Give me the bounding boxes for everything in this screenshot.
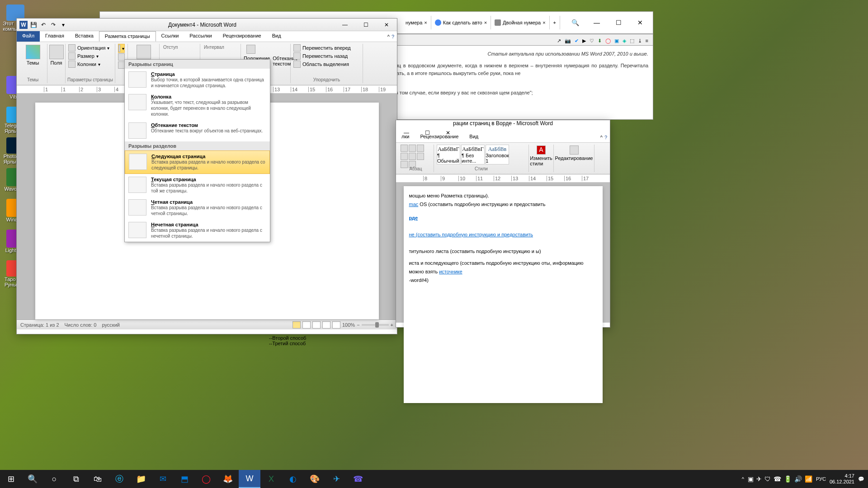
- collapse-ribbon-icon[interactable]: ^: [387, 34, 390, 39]
- extension-icon[interactable]: 📷: [565, 38, 571, 44]
- change-styles-button[interactable]: AИзменить стили: [532, 145, 551, 167]
- section-continuous-item[interactable]: Текущая страницаВставка разрыва раздела …: [125, 174, 270, 197]
- shield-icon[interactable]: ✔: [575, 38, 579, 44]
- tray-icon[interactable]: ▣: [748, 475, 754, 483]
- browser-tab[interactable]: нумера×: [402, 16, 431, 29]
- bring-forward-button[interactable]: Переместить вперед: [293, 44, 360, 52]
- taskview-icon[interactable]: ⧉: [65, 470, 87, 488]
- tab-review[interactable]: Рецензирование: [217, 31, 267, 42]
- link[interactable]: не (составить подробную инструкцию и пре…: [409, 232, 533, 237]
- menu-icon[interactable]: ≡: [646, 38, 648, 43]
- break-page-item[interactable]: СтраницаВыбор точки, в которой заканчива…: [125, 69, 270, 91]
- tab-view[interactable]: Вид: [267, 31, 287, 42]
- store-icon[interactable]: 🛍: [87, 470, 108, 488]
- tab-pagelayout[interactable]: Разметка страницы: [99, 31, 156, 42]
- tab-file[interactable]: Файл: [17, 31, 40, 42]
- tab-review[interactable]: Рецензирование: [415, 132, 464, 142]
- break-textwrap-item[interactable]: Обтекание текстомОбтекание текста вокруг…: [125, 120, 270, 141]
- extension-icon[interactable]: ⬚: [630, 38, 634, 44]
- close-icon[interactable]: ×: [424, 20, 427, 25]
- margins-button[interactable]: Поля: [50, 44, 62, 66]
- cortana-icon[interactable]: ○: [43, 470, 65, 488]
- align-right-icon[interactable]: [417, 153, 424, 160]
- extension-icon[interactable]: ▶: [582, 38, 586, 44]
- notifications-icon[interactable]: 💬: [858, 476, 864, 482]
- search-icon[interactable]: 🔍: [22, 470, 43, 488]
- paint-icon[interactable]: 🎨: [304, 470, 326, 488]
- style-nospacing[interactable]: АаБбВвГ¶ Без инте...: [461, 145, 485, 164]
- hyphenation-button[interactable]: [118, 61, 125, 69]
- clock[interactable]: 4:17 06.12.2021: [830, 473, 854, 485]
- multilevel-icon[interactable]: [417, 145, 424, 152]
- viber-icon[interactable]: ☎: [347, 470, 369, 488]
- outline-view[interactable]: [322, 321, 330, 328]
- ie-icon[interactable]: ⓔ: [108, 470, 130, 488]
- word-icon[interactable]: W: [239, 470, 260, 488]
- page-indicator[interactable]: Страница: 1 из 2: [20, 322, 59, 328]
- zoom-in-icon[interactable]: +: [391, 322, 393, 328]
- close-icon[interactable]: ×: [484, 20, 487, 25]
- excel-icon[interactable]: X: [260, 470, 282, 488]
- close-icon[interactable]: ×: [542, 20, 545, 25]
- tab-insert[interactable]: Вставка: [70, 31, 99, 42]
- redo-icon[interactable]: ↷: [49, 21, 57, 29]
- web-view[interactable]: [312, 321, 321, 328]
- selection-pane-button[interactable]: Область выделения: [293, 60, 360, 68]
- align-left-icon[interactable]: [401, 153, 408, 160]
- help-icon[interactable]: ?: [392, 34, 394, 39]
- section-nextpage-item[interactable]: Следующая страницаВставка разрыва раздел…: [125, 150, 270, 174]
- extension-icon[interactable]: ◈: [623, 38, 626, 44]
- section-evenpage-item[interactable]: Четная страницаВставка разрыва раздела и…: [125, 197, 270, 219]
- close-button[interactable]: ✕: [630, 16, 651, 29]
- save-icon[interactable]: 💾: [29, 21, 38, 29]
- firefox-icon[interactable]: 🦊: [217, 470, 239, 488]
- print-layout-view[interactable]: [292, 321, 301, 328]
- zoom-slider[interactable]: [362, 324, 389, 326]
- fullscreen-view[interactable]: [302, 321, 311, 328]
- browser-tab[interactable]: Как сделать авто×: [431, 16, 491, 29]
- tab-references[interactable]: Ссылки: [156, 31, 184, 42]
- tab-home[interactable]: Главная: [40, 31, 70, 42]
- telegram-icon[interactable]: ✈: [326, 470, 347, 488]
- download-icon[interactable]: ⬇: [598, 38, 602, 44]
- new-tab-button[interactable]: +: [550, 16, 560, 29]
- word-count[interactable]: Число слов: 0: [65, 322, 97, 328]
- break-column-item[interactable]: КолонкаУказывает, что текст, следующий з…: [125, 91, 270, 120]
- qat-icon[interactable]: ▾: [59, 21, 67, 29]
- help-icon[interactable]: ?: [604, 135, 607, 140]
- editing-button[interactable]: Редактирование: [557, 145, 591, 162]
- bullets-icon[interactable]: [401, 145, 408, 152]
- language-indicator[interactable]: русский: [102, 322, 119, 328]
- zoom-level[interactable]: 100%: [342, 322, 355, 328]
- zoom-out-icon[interactable]: −: [357, 322, 359, 328]
- minimize-button[interactable]: —: [586, 16, 607, 29]
- size-button[interactable]: Размер ▾: [68, 52, 112, 60]
- volume-icon[interactable]: 🔊: [794, 475, 802, 483]
- opera-icon[interactable]: ◯: [195, 470, 217, 488]
- viber-tray-icon[interactable]: ☎: [774, 475, 781, 483]
- line-numbers-button[interactable]: [118, 53, 125, 61]
- section-oddpage-item[interactable]: Нечетная страницаВставка разрыва раздела…: [125, 219, 270, 242]
- link[interactable]: mac: [409, 202, 419, 207]
- style-normal[interactable]: АаБбВвГ¶ Обычный: [437, 145, 460, 164]
- extension-icon[interactable]: ↗: [557, 38, 561, 44]
- send-backward-button[interactable]: Переместить назад: [293, 52, 360, 60]
- numbering-icon[interactable]: [409, 145, 416, 152]
- document-area[interactable]: мощью меню Разметка страницы). mac OS (с…: [396, 183, 610, 323]
- style-heading1[interactable]: АаБбВвЗаголовок 1: [486, 145, 509, 164]
- breaks-button[interactable]: ▾: [118, 44, 125, 53]
- collapse-ribbon-icon[interactable]: ^: [600, 135, 603, 140]
- position-button[interactable]: [244, 44, 288, 56]
- opera-icon[interactable]: ◯: [605, 38, 611, 44]
- link[interactable]: рде: [409, 215, 418, 221]
- mail-icon[interactable]: ✉: [152, 470, 174, 488]
- wifi-icon[interactable]: 📶: [805, 475, 812, 483]
- close-button[interactable]: ✕: [376, 19, 397, 31]
- themes-button[interactable]: Темы: [21, 44, 44, 66]
- draft-view[interactable]: [332, 321, 340, 328]
- app-icon[interactable]: ⬒: [174, 470, 195, 488]
- tab-mailings[interactable]: Рассылки: [184, 31, 217, 42]
- browser-tab-active[interactable]: Двойная нумера×: [491, 16, 549, 29]
- tray-icon[interactable]: ✈: [756, 475, 762, 483]
- minimize-button[interactable]: —: [335, 19, 355, 31]
